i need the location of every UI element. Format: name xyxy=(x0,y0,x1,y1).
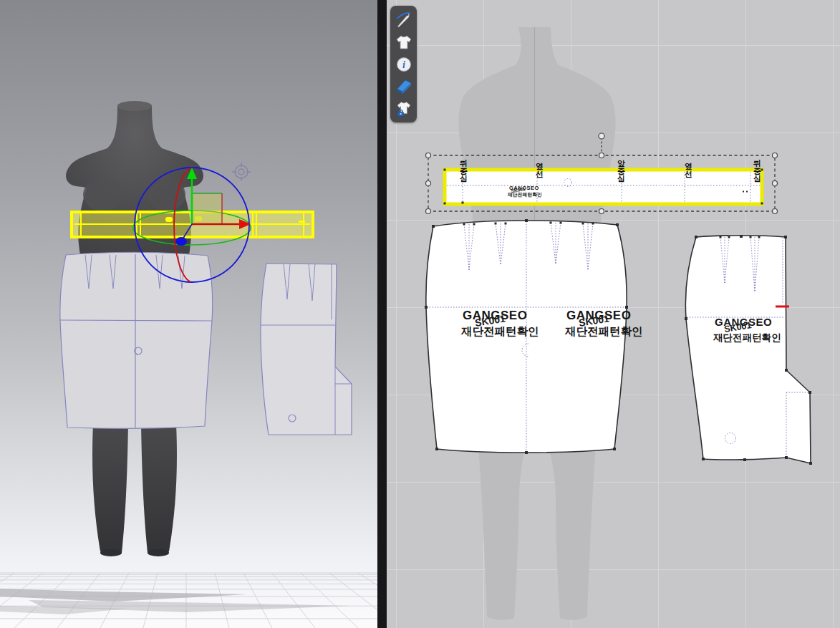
svg-text:재단전패턴확인: 재단전패턴확인 xyxy=(564,325,643,337)
waistband-label: 뒤중심 xyxy=(460,159,468,183)
waistband-notch-3 xyxy=(299,221,305,223)
fabric-roll-icon xyxy=(395,78,412,95)
garment-tool-button[interactable] xyxy=(394,32,414,52)
gizmo-origin-handle[interactable] xyxy=(175,237,187,246)
skirt-front-3d[interactable] xyxy=(60,252,213,428)
svg-text:i: i xyxy=(402,59,405,70)
svg-text:재단전패턴확인: 재단전패턴확인 xyxy=(507,192,542,198)
tshirt-lock-icon xyxy=(395,100,412,117)
tshirt-icon xyxy=(395,34,412,51)
viewport-3d[interactable] xyxy=(0,0,377,628)
panel-divider[interactable] xyxy=(377,0,387,628)
sew-tool-button[interactable] xyxy=(394,10,414,30)
sewing-needle-icon xyxy=(395,11,412,29)
skirt-front-piece-2d[interactable]: GANGSEO SK001 재단전패턴확인 GANGSEO SK001 재단전패… xyxy=(425,219,643,454)
info-icon: i xyxy=(395,56,412,73)
garment-lock-tool-button[interactable] xyxy=(394,99,414,119)
mannequin-foot-left xyxy=(100,549,122,556)
rotate-handle[interactable] xyxy=(599,133,604,139)
viewport-2d[interactable]: 뒤중심 옆선 앞중심 옆선 뒤중심 GANGSEO SK001 재단전패턴확인 xyxy=(387,0,840,628)
waistband-label: 앞중심 xyxy=(617,159,625,183)
mannequin-neck-cap xyxy=(117,101,152,111)
mannequin-foot-right xyxy=(148,549,169,556)
waistband-label: 옆선 xyxy=(684,162,692,178)
waistband-label: 뒤중심 xyxy=(753,159,761,183)
svg-text:재단전패턴확인: 재단전패턴확인 xyxy=(460,325,539,337)
pattern-cad-app: 뒤중심 옆선 앞중심 옆선 뒤중심 GANGSEO SK001 재단전패턴확인 xyxy=(0,0,840,628)
waistband-label: 옆선 xyxy=(535,162,544,178)
tool-palette: i xyxy=(390,6,417,122)
gizmo-plane-handle[interactable] xyxy=(192,193,222,224)
waistband-notch-1 xyxy=(165,217,173,222)
mannequin-bust-left xyxy=(83,178,122,211)
fabric-tool-button[interactable] xyxy=(394,77,414,97)
svg-text:재단전패턴확인: 재단전패턴확인 xyxy=(713,332,781,343)
info-tool-button[interactable]: i xyxy=(394,54,414,74)
